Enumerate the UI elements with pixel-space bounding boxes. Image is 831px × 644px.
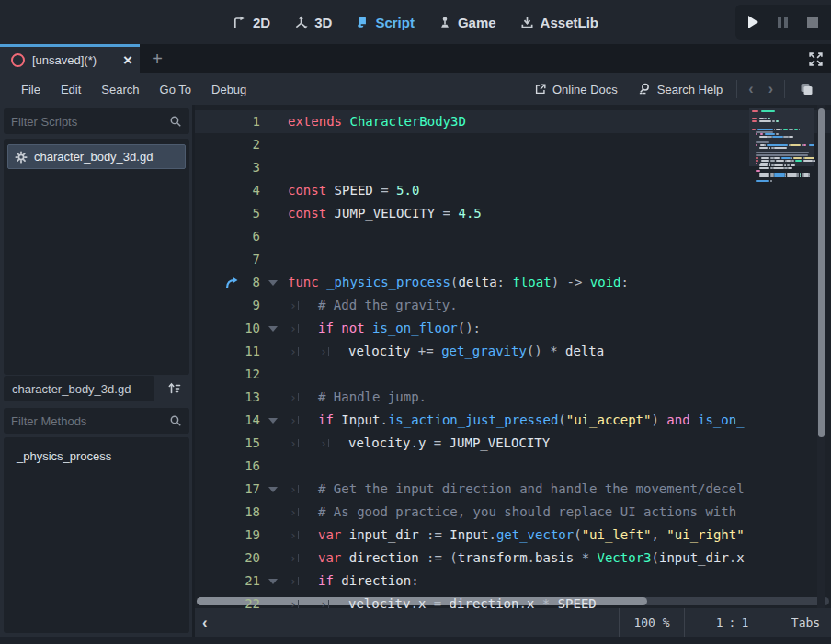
- code-line[interactable]: 8func _physics_process(delta: float) -> …: [195, 271, 749, 294]
- game-icon: [438, 16, 451, 29]
- script-icon: [356, 16, 369, 29]
- methods-list: _physics_process: [4, 437, 189, 633]
- new-script-button[interactable]: +: [145, 44, 169, 73]
- tab-2d[interactable]: 2D: [233, 15, 270, 30]
- code-line[interactable]: 6: [195, 225, 749, 248]
- menu-items: File Edit Search Go To Debug: [0, 83, 256, 96]
- fold-chevron-icon[interactable]: [260, 271, 288, 294]
- close-icon[interactable]: ×: [123, 52, 132, 68]
- caret-position: 1 : 1: [684, 608, 780, 637]
- code-line[interactable]: 5const JUMP_VELOCITY = 4.5: [195, 202, 749, 225]
- code-line[interactable]: 21if direction:: [195, 570, 749, 593]
- workspace-switcher: 2D 3D Script Game AssetLib: [0, 0, 831, 44]
- editor-topbar: 2D 3D Script Game AssetLib: [0, 0, 831, 44]
- code-line[interactable]: 16: [195, 455, 749, 478]
- code-line[interactable]: 1extends CharacterBody3D: [195, 110, 831, 133]
- fold-chevron-icon[interactable]: [260, 478, 288, 501]
- code-line[interactable]: 7: [195, 248, 749, 271]
- line-number: 10: [243, 317, 260, 340]
- sort-methods-button[interactable]: [160, 376, 189, 401]
- code-lines: 1extends CharacterBody3D234const SPEED =…: [195, 110, 749, 608]
- vertical-scrollbar-thumb[interactable]: [818, 108, 825, 437]
- code-line[interactable]: 13# Handle jump.: [195, 386, 749, 409]
- fold-chevron-icon[interactable]: [260, 409, 288, 432]
- play-button[interactable]: [748, 16, 758, 28]
- line-number: 16: [243, 455, 260, 478]
- history-forward-icon[interactable]: ›: [761, 81, 780, 97]
- script-menubar: File Edit Search Go To Debug Online Docs…: [0, 73, 831, 105]
- line-number: 22: [243, 593, 260, 608]
- history-back-icon[interactable]: ‹: [741, 81, 760, 97]
- menu-file[interactable]: File: [11, 83, 51, 96]
- search-help-button[interactable]: Search Help: [628, 83, 734, 96]
- menu-right: Online Docs Search Help ‹ ›: [524, 80, 831, 98]
- menu-goto[interactable]: Go To: [150, 83, 201, 96]
- panel-layout-button[interactable]: [789, 82, 824, 96]
- filter-methods-placeholder: Filter Methods: [11, 414, 169, 428]
- code-minimap[interactable]: [749, 105, 814, 608]
- menu-edit[interactable]: Edit: [51, 83, 91, 96]
- search-icon: [169, 115, 182, 128]
- code-line[interactable]: 9# Add the gravity.: [195, 294, 749, 317]
- external-link-icon: [534, 83, 547, 96]
- menu-debug[interactable]: Debug: [201, 83, 256, 96]
- caret-column: 1: [741, 616, 748, 629]
- vertical-scrollbar[interactable]: [817, 105, 825, 608]
- fold-chevron-icon[interactable]: [260, 570, 288, 593]
- script-tab-unsaved[interactable]: [unsaved](*) ×: [0, 44, 140, 73]
- code-line[interactable]: 2: [195, 133, 749, 156]
- tab-game[interactable]: Game: [438, 15, 496, 30]
- script-tab-strip: [unsaved](*) × +: [0, 44, 831, 73]
- code-line[interactable]: 4const SPEED = 5.0: [195, 179, 749, 202]
- line-number: 18: [243, 501, 260, 524]
- line-number: 14: [243, 409, 260, 432]
- code-editor[interactable]: 1extends CharacterBody3D234const SPEED =…: [195, 105, 831, 608]
- expand-icon[interactable]: [807, 51, 825, 68]
- code-line[interactable]: 15velocity.y = JUMP_VELOCITY: [195, 432, 749, 455]
- tab-3d[interactable]: 3D: [294, 15, 332, 30]
- assetlib-icon: [520, 16, 534, 29]
- gear-icon: [15, 151, 28, 164]
- line-number: 20: [243, 547, 260, 570]
- script-item-label: character_body_3d.gd: [34, 150, 153, 164]
- fold-chevron-icon[interactable]: [260, 317, 288, 340]
- line-number: 21: [243, 570, 260, 593]
- line-number: 11: [243, 340, 260, 363]
- tab-label: [unsaved](*): [32, 53, 116, 67]
- tab-script[interactable]: Script: [356, 15, 415, 30]
- zoom-level[interactable]: 100 %: [619, 608, 684, 637]
- line-number: 4: [243, 179, 260, 202]
- line-number: 7: [243, 248, 260, 271]
- code-line[interactable]: 11velocity += get_gravity() * delta: [195, 340, 749, 363]
- tab-assetlib[interactable]: AssetLib: [520, 15, 598, 30]
- online-docs-button[interactable]: Online Docs: [524, 83, 628, 96]
- override-method-icon: [224, 276, 240, 290]
- code-line[interactable]: 14if Input.is_action_just_pressed("ui_ac…: [195, 409, 749, 432]
- code-line[interactable]: 3: [195, 156, 749, 179]
- search-icon: [169, 414, 182, 427]
- pause-button[interactable]: [778, 17, 788, 28]
- 2d-icon: [233, 16, 246, 29]
- line-number: 13: [243, 386, 260, 409]
- method-list-item[interactable]: _physics_process: [17, 449, 111, 463]
- bottom-strip: [0, 637, 831, 644]
- scripts-sidebar: Filter Scripts character_body_3d.gd char…: [0, 105, 192, 637]
- filter-methods-input[interactable]: Filter Methods: [4, 408, 189, 434]
- code-line[interactable]: 22velocity.x = direction.x * SPEED: [195, 593, 749, 608]
- menu-search[interactable]: Search: [91, 83, 149, 96]
- script-list-item-selected[interactable]: character_body_3d.gd: [7, 144, 186, 169]
- code-line[interactable]: 18# As good practice, you should replace…: [195, 501, 749, 524]
- line-number: 5: [243, 202, 260, 225]
- code-line[interactable]: 12: [195, 363, 749, 386]
- filter-scripts-placeholder: Filter Scripts: [11, 115, 169, 129]
- line-number: 1: [243, 110, 260, 133]
- stop-button[interactable]: [807, 17, 818, 28]
- code-line[interactable]: 10if not is_on_floor():: [195, 317, 749, 340]
- filter-scripts-input[interactable]: Filter Scripts: [4, 108, 189, 134]
- unsaved-script-icon: [11, 53, 25, 67]
- scripts-list: character_body_3d.gd: [4, 139, 189, 375]
- code-line[interactable]: 17# Get the input direction and handle t…: [195, 478, 749, 501]
- indent-mode[interactable]: Tabs: [780, 608, 831, 637]
- code-line[interactable]: 20var direction := (transform.basis * Ve…: [195, 547, 749, 570]
- code-line[interactable]: 19var input_dir := Input.get_vector("ui_…: [195, 524, 749, 547]
